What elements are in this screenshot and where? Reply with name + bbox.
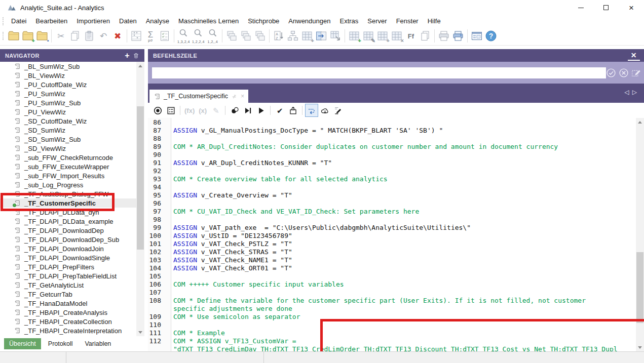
nav-item-_tf_auditstep_dialog_ffw[interactable]: _TF_AuditStep_Dialog_FFW (0, 189, 144, 198)
age-icon[interactable] (253, 28, 267, 44)
scroll-up-icon[interactable] (136, 62, 144, 70)
menu-item-bearbeiten[interactable]: Bearbeiten (31, 16, 72, 26)
edit-command-icon[interactable] (631, 67, 642, 78)
scroll-up-icon[interactable] (636, 118, 644, 126)
menu-item-server[interactable]: Server (363, 16, 391, 26)
add-column-icon[interactable]: + (375, 28, 390, 44)
copy-view-icon[interactable] (418, 28, 432, 44)
stratify-icon[interactable] (239, 28, 253, 44)
nav-item-_pu_cutoffdate_wiz[interactable]: _PU_CutoffDate_Wiz (0, 80, 144, 89)
nav-item-_sub_ffw_checkreturncode[interactable]: _sub_FFW_CheckReturncode (0, 153, 144, 162)
nav-item-_tf_dlapi_dldata_example[interactable]: _TF_DLAPI_DLData_example (0, 217, 144, 226)
save-project-icon[interactable]: ▪ (35, 28, 49, 44)
delete-icon[interactable]: ✖ (110, 28, 125, 44)
nav-item-_bl_viewwiz[interactable]: _BL_ViewWiz (0, 71, 144, 80)
add-item-icon[interactable]: + (125, 51, 130, 60)
tab-uebersicht[interactable]: Übersicht (4, 338, 41, 349)
close-button[interactable]: × (619, 0, 644, 15)
menu-item-daten[interactable]: Daten (115, 16, 141, 26)
nav-item-_sd_sumwiz_sub[interactable]: _SD_SumWiz_Sub (0, 135, 144, 144)
nav-item-_pu_sumwiz[interactable]: _PU_SumWiz (0, 89, 144, 98)
nav-item-_sub_ffw_import_results[interactable]: _sub_FFW_Import_Results (0, 171, 144, 180)
pin-icon[interactable] (231, 93, 238, 100)
nav-item-_bl_sumwiz_sub[interactable]: _BL_SumWiz_Sub (0, 62, 144, 71)
new-project-icon[interactable]: + (21, 28, 35, 44)
minimize-button[interactable] (568, 0, 593, 15)
duplicates-icon[interactable]: 1,3,2,4 (176, 28, 191, 44)
nav-item-_tf_getanalyticlist[interactable]: _TF_GetAnalyticList (0, 280, 144, 290)
nav-item-_tf_dlapi_downloaddep_sub[interactable]: _TF_DLAPI_DownloadDep_Sub (0, 235, 144, 244)
commit-script-icon[interactable] (287, 104, 299, 116)
classify-icon[interactable] (224, 28, 239, 44)
navigator-scrollbar[interactable] (136, 62, 144, 336)
count-records-icon[interactable] (129, 28, 143, 44)
breakpoint-icon[interactable] (229, 104, 241, 116)
export-icon[interactable] (328, 28, 343, 44)
nav-item-_sub_log_progress[interactable]: _sub_Log_Progress (0, 180, 144, 189)
edit-script-icon[interactable] (332, 104, 344, 116)
scroll-down-icon[interactable] (136, 328, 144, 336)
sequence-icon[interactable]: 1,2,,4 (206, 28, 220, 44)
nav-item-_pu_sumwiz_sub[interactable]: _PU_SumWiz_Sub (0, 98, 144, 107)
nav-item-_tf_hbapi_createcollection[interactable]: _TF_HBAPI_CreateCollection (0, 317, 144, 326)
tab-protokoll[interactable]: Protokoll (43, 338, 78, 349)
nav-item-_tf_customerspecific[interactable]: _TF_CustomerSpecific (0, 198, 136, 208)
script-options-icon[interactable] (165, 104, 177, 116)
cut-icon[interactable]: ✂ (54, 28, 68, 44)
variable-list-icon[interactable]: (x) (197, 104, 209, 116)
open-project-icon[interactable] (7, 28, 21, 44)
nav-item-_tf_hbapi_createinterpretation[interactable]: _TF_HBAPI_CreateInterpretation (0, 326, 144, 335)
menu-item-analyse[interactable]: Analyse (141, 16, 174, 26)
tab-variablen[interactable]: Variablen (80, 338, 116, 349)
print-preview-icon[interactable] (437, 28, 451, 44)
record-script-icon[interactable] (151, 104, 164, 116)
menu-item-fenster[interactable]: Fenster (392, 16, 423, 26)
cloud-download-icon[interactable] (319, 104, 331, 116)
nav-item-_tf_dlapi_preptablefieldlist[interactable]: _TF_DLAPI_PrepTableFieldList (0, 271, 144, 280)
nav-item-_tf_dlapi_dldata_dyn[interactable]: _TF_DLAPI_DLData_dyn (0, 208, 144, 217)
tab-scroll-arrows[interactable]: ◁▷ (625, 89, 640, 96)
function-list-icon[interactable]: (fx) (183, 104, 196, 116)
append-icon[interactable]: + (300, 28, 314, 44)
paste-icon[interactable] (82, 28, 96, 44)
nav-item-_tf_hanadatamodel[interactable]: _TF_HanaDataModel (0, 299, 144, 308)
cancel-command-icon[interactable] (618, 67, 629, 78)
font-icon[interactable]: Ff (404, 28, 418, 44)
close-panel-icon[interactable]: ✕ (628, 51, 640, 61)
menu-item-stichprobe[interactable]: Stichprobe (243, 16, 284, 26)
copy-icon[interactable] (68, 28, 82, 44)
close-tab-icon[interactable]: × (241, 93, 244, 100)
print-icon[interactable] (451, 28, 465, 44)
profile-icon[interactable] (158, 28, 172, 44)
status-dialog-icon[interactable] (470, 28, 484, 44)
nav-item-_tf_dlapi_prepfilters[interactable]: _TF_DLAPI_PrepFilters (0, 262, 144, 271)
nav-item-_tf_hbapi_createanalysis[interactable]: _TF_HBAPI_CreateAnalysis (0, 308, 144, 317)
menu-item-maschinelles-lernen[interactable]: Maschinelles Lernen (174, 16, 243, 26)
run-script-icon[interactable] (255, 104, 267, 116)
undo-icon[interactable]: ↶ (96, 28, 110, 44)
menu-item-extras[interactable]: Extras (335, 16, 363, 26)
trash-icon[interactable] (133, 52, 139, 59)
menu-item-hilfe[interactable]: Hilfe (423, 16, 445, 26)
sort-icon[interactable]: AZ (272, 28, 286, 44)
nav-item-_tf_dlapi_downloadjoin[interactable]: _TF_DLAPI_DownloadJoin (0, 244, 144, 253)
remove-column-icon[interactable]: × (390, 28, 404, 44)
scroll-down-icon[interactable] (636, 343, 644, 351)
highlight-trace-icon[interactable] (306, 104, 318, 116)
scrollbar-thumb[interactable] (137, 106, 144, 250)
maximize-button[interactable] (593, 0, 619, 15)
nav-item-_tf_getcurrtab[interactable]: _TF_GetcurrTab (0, 290, 144, 299)
nav-item-_sd_sumwiz[interactable]: _SD_SumWiz (0, 126, 144, 135)
tab-tf-customerspecific[interactable]: _TF_CustomerSpecific × (149, 90, 248, 103)
menu-item-anwendungen[interactable]: Anwendungen (284, 16, 335, 26)
gaps-icon[interactable]: 1,2,2,4 (191, 28, 206, 44)
nav-item-_tf_dlapi_downloadsingle[interactable]: _TF_DLAPI_DownloadSingle (0, 253, 144, 262)
nav-item-_tf_dlapi_downloaddep[interactable]: _TF_DLAPI_DownloadDep (0, 226, 144, 235)
step-run-icon[interactable] (242, 104, 254, 116)
nav-item-_sub_ffw_executewrapper[interactable]: _sub_FFW_ExecuteWrapper (0, 162, 144, 171)
menu-item-datei[interactable]: Datei (7, 16, 31, 26)
syntax-check-icon[interactable]: ✔ (274, 104, 286, 116)
edit-command-icon[interactable]: ✎ (210, 104, 222, 116)
extract-icon[interactable] (286, 28, 300, 44)
new-table-icon[interactable]: + (347, 28, 361, 44)
